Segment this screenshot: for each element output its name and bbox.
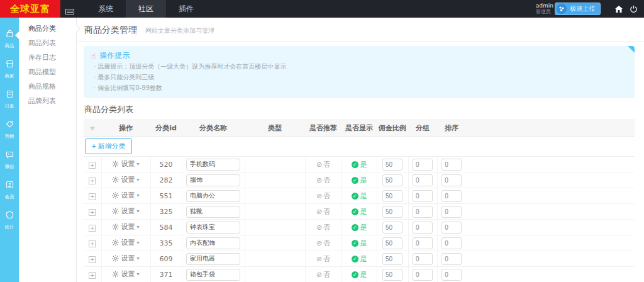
group-input[interactable] bbox=[413, 206, 433, 218]
menu-item-plugins[interactable]: 插件 bbox=[166, 0, 206, 18]
category-id: 609 bbox=[160, 255, 173, 263]
sort-input[interactable] bbox=[441, 237, 462, 249]
submenu-item-goods-spec[interactable]: 商品规格 bbox=[19, 79, 76, 94]
folded-corner bbox=[628, 46, 635, 53]
sidebar-item-marketing[interactable]: 营销 bbox=[0, 115, 19, 145]
settings-button[interactable]: 设置 ▾ bbox=[112, 269, 139, 279]
commission-input[interactable] bbox=[382, 159, 402, 171]
commission-input[interactable] bbox=[382, 253, 402, 265]
home-icon[interactable] bbox=[614, 5, 623, 13]
settings-button[interactable]: 设置 ▾ bbox=[112, 254, 139, 263]
recommend-badge[interactable]: ⊘否 bbox=[316, 208, 330, 216]
sort-input[interactable] bbox=[441, 190, 462, 202]
speed-upload-button[interactable]: 极速上传 bbox=[555, 3, 601, 15]
category-name-input[interactable] bbox=[186, 237, 240, 249]
commission-input[interactable] bbox=[382, 206, 402, 218]
show-badge[interactable]: ✓是 bbox=[352, 254, 367, 264]
expand-button[interactable]: + bbox=[89, 162, 96, 169]
commission-input[interactable] bbox=[382, 269, 402, 281]
show-badge[interactable]: ✓是 bbox=[352, 223, 367, 232]
nav-list-icon[interactable] bbox=[65, 9, 74, 14]
sidebar-item-merchant[interactable]: 商家 bbox=[0, 54, 19, 84]
submenu-item-goods-list[interactable]: 商品列表 bbox=[19, 36, 76, 50]
group-input[interactable] bbox=[413, 174, 433, 186]
caret-down-icon: ▾ bbox=[136, 256, 139, 261]
commission-input[interactable] bbox=[382, 222, 402, 234]
show-badge[interactable]: ✓是 bbox=[352, 160, 367, 169]
sidebar-item-orders[interactable]: 订单 bbox=[0, 84, 19, 115]
show-badge[interactable]: ✓是 bbox=[352, 191, 367, 201]
add-category-button[interactable]: +新增分类 bbox=[85, 138, 132, 154]
group-input[interactable] bbox=[413, 159, 433, 171]
recommend-badge[interactable]: ⊘否 bbox=[316, 192, 330, 200]
sidebar-item-stats[interactable]: 统计 bbox=[0, 205, 19, 235]
settings-button[interactable]: 设置 ▾ bbox=[112, 159, 139, 169]
sort-input[interactable] bbox=[441, 206, 462, 218]
category-name-input[interactable] bbox=[186, 159, 240, 171]
category-name-input[interactable] bbox=[186, 174, 240, 186]
show-badge[interactable]: ✓是 bbox=[352, 176, 367, 185]
sidebar-item-goods[interactable]: 商品 bbox=[0, 24, 19, 54]
page-subtitle: 网站文章分类添加与管理 bbox=[145, 27, 214, 34]
show-badge[interactable]: ✓是 bbox=[352, 207, 367, 217]
show-badge[interactable]: ✓是 bbox=[352, 239, 367, 248]
submenu-item-brand-list[interactable]: 品牌列表 bbox=[19, 94, 76, 108]
group-input[interactable] bbox=[413, 222, 433, 234]
member-icon bbox=[5, 180, 14, 192]
settings-button[interactable]: 设置 ▾ bbox=[112, 175, 139, 184]
sidebar-item-wechat[interactable]: 微信 bbox=[0, 145, 19, 175]
category-name-input[interactable] bbox=[186, 269, 240, 281]
power-icon[interactable] bbox=[630, 5, 638, 13]
group-input[interactable] bbox=[413, 269, 433, 281]
settings-button[interactable]: 设置 ▾ bbox=[112, 206, 139, 216]
expand-button[interactable]: + bbox=[89, 193, 96, 200]
recommend-badge[interactable]: ⊘否 bbox=[316, 161, 330, 169]
expand-button[interactable]: + bbox=[89, 256, 96, 263]
expand-button[interactable]: + bbox=[89, 225, 96, 232]
group-input[interactable] bbox=[413, 253, 433, 265]
caret-down-icon: ▾ bbox=[136, 177, 139, 183]
commission-input[interactable] bbox=[382, 190, 402, 202]
category-id: 325 bbox=[160, 208, 173, 216]
expand-button[interactable]: + bbox=[89, 240, 96, 247]
submenu-item-stock-log[interactable]: 库存日志 bbox=[19, 50, 76, 65]
caret-down-icon: ▾ bbox=[136, 240, 139, 245]
circle-slash-icon: ⊘ bbox=[316, 192, 322, 200]
submenu-item-goods-model[interactable]: 商品模型 bbox=[19, 65, 76, 79]
expand-button[interactable]: + bbox=[89, 209, 96, 216]
sort-input[interactable] bbox=[441, 159, 462, 171]
category-name-input[interactable] bbox=[186, 190, 240, 202]
user-info[interactable]: admin 管理员 bbox=[536, 3, 553, 14]
recommend-badge[interactable]: ⊘否 bbox=[316, 176, 330, 184]
submenu-item-category[interactable]: 商品分类 bbox=[19, 21, 76, 36]
sort-input[interactable] bbox=[441, 253, 462, 265]
settings-button[interactable]: 设置 ▾ bbox=[112, 238, 139, 247]
show-badge[interactable]: ✓是 bbox=[352, 270, 367, 279]
recommend-badge[interactable]: ⊘否 bbox=[316, 255, 330, 263]
recommend-badge[interactable]: ⊘否 bbox=[316, 223, 330, 232]
category-name-input[interactable] bbox=[186, 206, 240, 218]
sort-input[interactable] bbox=[441, 269, 462, 281]
table-row: + 设置 ▾ 335 ⊘否 ✓是 bbox=[84, 235, 635, 251]
sort-input[interactable] bbox=[441, 174, 462, 186]
recommend-badge[interactable]: ⊘否 bbox=[316, 271, 330, 279]
tip-item: 温馨提示：顶级分类（一级大类）设为推荐时才会在首页楼层中显示 bbox=[91, 61, 627, 72]
menu-item-community[interactable]: 社区 bbox=[126, 0, 166, 18]
category-name-input[interactable] bbox=[186, 222, 240, 234]
expand-button[interactable]: + bbox=[89, 272, 96, 279]
gear-icon bbox=[112, 176, 119, 183]
category-name-input[interactable] bbox=[186, 253, 240, 265]
expand-button[interactable]: + bbox=[89, 178, 96, 184]
group-input[interactable] bbox=[413, 237, 433, 249]
commission-input[interactable] bbox=[382, 174, 402, 186]
col-header-show: 是否显示 bbox=[341, 120, 377, 137]
settings-button[interactable]: 设置 ▾ bbox=[112, 222, 139, 232]
commission-input[interactable] bbox=[382, 237, 402, 249]
recommend-badge[interactable]: ⊘否 bbox=[316, 239, 330, 247]
sort-input[interactable] bbox=[441, 222, 462, 234]
group-input[interactable] bbox=[413, 190, 433, 202]
settings-button[interactable]: 设置 ▾ bbox=[112, 191, 139, 200]
sidebar-item-members[interactable]: 会员 bbox=[0, 175, 19, 205]
menu-item-system[interactable]: 系统 bbox=[86, 0, 126, 18]
submenu-sidebar: 商品分类 商品列表 库存日志 商品模型 商品规格 品牌列表 bbox=[19, 18, 77, 282]
